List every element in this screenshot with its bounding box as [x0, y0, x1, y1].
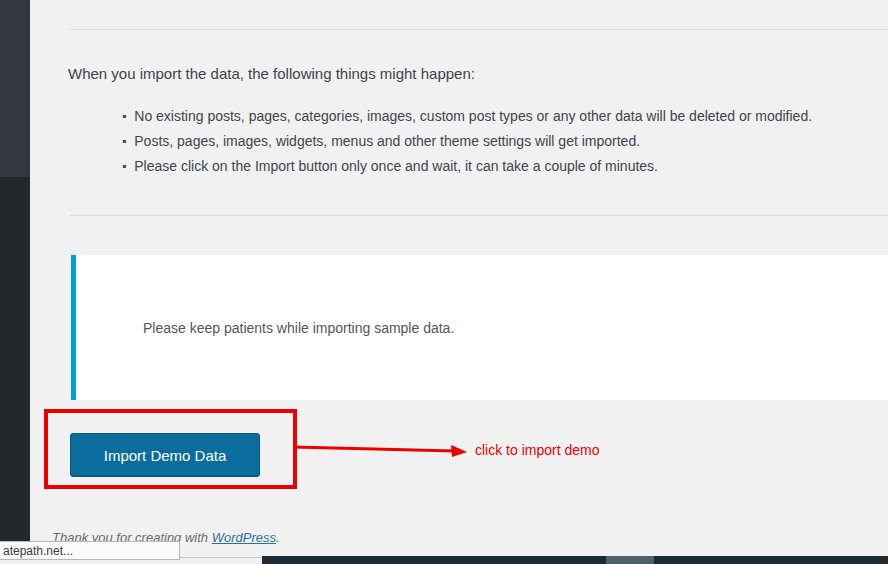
import-intro-text: When you import the data, the following … [68, 65, 828, 83]
import-note-item: Posts, pages, images, widgets, menus and… [122, 129, 882, 154]
import-note-item: Please click on the Import button only o… [122, 154, 882, 179]
annotation-rectangle [44, 409, 297, 489]
admin-sidebar-active-section [0, 0, 30, 177]
admin-sidebar[interactable] [0, 0, 30, 557]
middle-divider [70, 215, 888, 216]
footer-credit-period: . [276, 530, 280, 545]
annotation-arrow-icon [293, 438, 477, 462]
top-divider [70, 29, 888, 30]
admin-sidebar-menu [0, 177, 30, 557]
wordpress-link[interactable]: WordPress [212, 530, 276, 545]
taskbar-strip [262, 556, 888, 564]
link-preview-bubble: atepath.net... [0, 541, 180, 560]
import-note-item: No existing posts, pages, categories, im… [122, 104, 882, 129]
notice-text: Please keep patients while importing sam… [143, 320, 454, 336]
import-notes-list: No existing posts, pages, categories, im… [122, 104, 882, 179]
info-notice-box: Please keep patients while importing sam… [71, 255, 888, 400]
link-preview-text: atepath.net... [3, 544, 73, 558]
annotation-label: click to import demo [475, 442, 599, 458]
taskbar-segment [606, 556, 654, 564]
